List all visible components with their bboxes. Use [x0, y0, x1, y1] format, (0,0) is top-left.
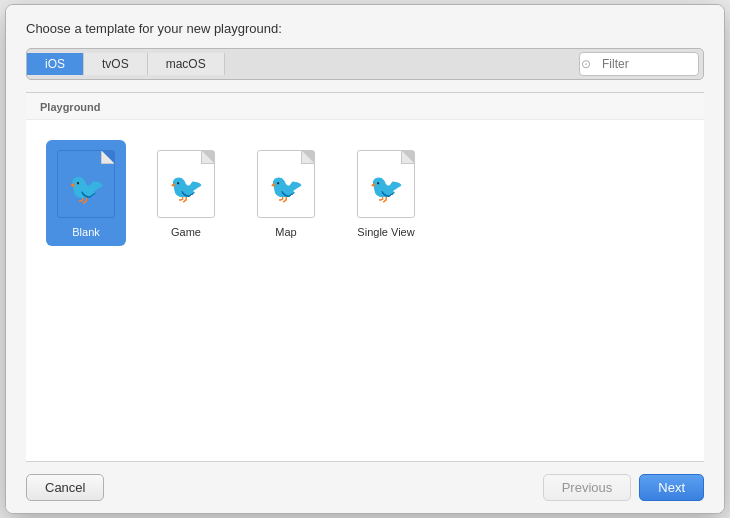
tab-tvos[interactable]: tvOS [84, 53, 148, 75]
template-blank-icon: 🐦 [54, 148, 118, 220]
previous-button[interactable]: Previous [543, 474, 632, 501]
tab-ios[interactable]: iOS [27, 53, 84, 75]
next-button[interactable]: Next [639, 474, 704, 501]
dialog-title: Choose a template for your new playgroun… [26, 21, 704, 36]
templates-grid: 🐦 Blank 🐦 Game [26, 120, 704, 461]
template-single-view-icon: 🐦 [354, 148, 418, 220]
filter-input[interactable] [579, 52, 699, 76]
template-blank[interactable]: 🐦 Blank [46, 140, 126, 246]
dialog-footer: Cancel Previous Next [6, 462, 724, 513]
template-map-icon: 🐦 [254, 148, 318, 220]
template-single-view-label: Single View [357, 226, 414, 238]
content-area: Playground 🐦 Blank 🐦 [26, 92, 704, 462]
template-map-label: Map [275, 226, 296, 238]
template-game[interactable]: 🐦 Game [146, 140, 226, 246]
footer-right-buttons: Previous Next [543, 474, 704, 501]
template-map[interactable]: 🐦 Map [246, 140, 326, 246]
cancel-button[interactable]: Cancel [26, 474, 104, 501]
template-game-icon: 🐦 [154, 148, 218, 220]
template-blank-label: Blank [72, 226, 100, 238]
dialog-header: Choose a template for your new playgroun… [6, 5, 724, 92]
template-game-label: Game [171, 226, 201, 238]
tab-macos[interactable]: macOS [148, 53, 225, 75]
dialog: Choose a template for your new playgroun… [5, 4, 725, 514]
section-label: Playground [26, 93, 704, 120]
template-single-view[interactable]: 🐦 Single View [346, 140, 426, 246]
